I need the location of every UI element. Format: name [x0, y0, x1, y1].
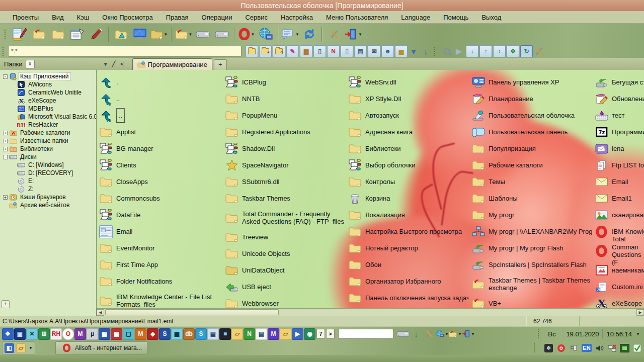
file-item[interactable]: My progr: [469, 207, 592, 223]
tree-item-14[interactable]: Z:: [0, 185, 96, 193]
menu-item-3[interactable]: Окно Просмотра: [96, 12, 159, 23]
menu-item-9[interactable]: Language: [394, 12, 437, 23]
tools-small-icon[interactable]: [533, 46, 545, 57]
s-round-icon[interactable]: S: [195, 328, 207, 340]
tree-item-8[interactable]: +Известные папки: [0, 137, 96, 145]
file-item[interactable]: USB eject: [222, 279, 346, 295]
folder-up-button[interactable]: ▼: [174, 25, 193, 43]
seven-button[interactable]: 7: [316, 329, 325, 339]
doc-blue-icon[interactable]: ▤: [207, 328, 219, 340]
teal-app-icon[interactable]: ▢: [123, 328, 134, 340]
file-item[interactable]: Рабочие каталоги: [469, 157, 592, 173]
mu-icon[interactable]: µ: [87, 328, 98, 340]
file-item[interactable]: Выбор оболочки: [346, 157, 469, 173]
file-item[interactable]: VB+: [469, 295, 592, 308]
update-check-tray-icon[interactable]: [632, 343, 642, 353]
notepad-icon[interactable]: N: [244, 328, 255, 340]
file-item[interactable]: Registered Applications: [222, 124, 346, 140]
new-plan-button[interactable]: [10, 25, 29, 43]
folder-edit-button[interactable]: [111, 25, 130, 43]
file-item[interactable]: Обои: [346, 256, 469, 273]
tree-item-12[interactable]: D: [RECOVERY]: [0, 169, 96, 177]
search-icon[interactable]: [441, 46, 453, 57]
dropdown-arrow-icon[interactable]: ▼: [251, 32, 255, 37]
menu-item-1[interactable]: Вид: [45, 12, 70, 23]
drive-a-button[interactable]: [193, 25, 212, 43]
tree-item-6[interactable]: RHResHacker: [0, 121, 96, 129]
dark-app-icon[interactable]: ■: [219, 328, 231, 340]
language-indicator[interactable]: EN: [582, 344, 592, 352]
power-tray-icon[interactable]: [569, 343, 579, 353]
doc-white-icon[interactable]: ▤: [256, 328, 267, 340]
new-tab-button[interactable]: +: [214, 59, 227, 70]
taskbar-search-input[interactable]: [338, 329, 393, 339]
menu-item-7[interactable]: Настройка: [274, 12, 319, 23]
pinned-dropdown-icon[interactable]: ▼: [29, 346, 33, 350]
go-down-icon[interactable]: ↓: [466, 45, 478, 57]
media-icon[interactable]: ▶: [292, 328, 303, 340]
file-item[interactable]: Популяризация: [469, 140, 592, 157]
filter-folder-apps-icon[interactable]: ◂: [259, 45, 272, 57]
file-item[interactable]: .: [97, 74, 222, 90]
tree-item-1[interactable]: AWicons: [0, 80, 96, 88]
file-item[interactable]: 7zПрограммиро: [592, 124, 644, 140]
network-tray-icon[interactable]: [607, 343, 617, 353]
file-item[interactable]: My progr | \\ALEXANBAR2\My Progr: [469, 223, 592, 240]
file-item[interactable]: Шаблоны: [469, 190, 592, 207]
m-violet-icon[interactable]: M: [268, 328, 279, 340]
file-item[interactable]: Адресная книга: [346, 124, 469, 140]
filter-input[interactable]: [8, 46, 242, 57]
tree-expander-icon[interactable]: -: [3, 155, 8, 159]
tree-item-10[interactable]: -Диски: [0, 153, 96, 161]
green-down-tb-icon[interactable]: ↓: [410, 328, 423, 340]
rotate-icon[interactable]: ↻: [520, 45, 533, 57]
file-item[interactable]: Контролы: [346, 173, 469, 190]
menu-item-6[interactable]: Сервис: [238, 12, 274, 23]
db-icon[interactable]: db: [183, 328, 195, 340]
filter-wizard-icon[interactable]: ✎: [286, 45, 299, 57]
folder-up-tb-icon[interactable]: ▼: [449, 328, 462, 340]
teal-x-icon[interactable]: ✕: [26, 328, 38, 340]
file-item[interactable]: Бегущая стро: [592, 74, 644, 90]
import-folder-button[interactable]: ✦: [29, 25, 48, 43]
file-item[interactable]: Email: [97, 223, 222, 240]
tree-item-5[interactable]: Microsoft Visual Basic 6.0: [0, 113, 96, 121]
file-item[interactable]: Shadow.Dll: [222, 140, 346, 157]
file-item[interactable]: Total Commander - Frequently Asked Quest…: [222, 207, 346, 229]
panel-resize-button[interactable]: ╱: [111, 61, 117, 67]
file-item[interactable]: My progr | My progr Flash: [469, 240, 592, 256]
exit-button[interactable]: ▼: [344, 25, 363, 43]
file-item[interactable]: CloseApps: [97, 173, 222, 190]
refresh-button[interactable]: [300, 25, 319, 43]
panel-dropdown-button[interactable]: ▾: [103, 61, 109, 67]
file-item[interactable]: Email: [592, 173, 644, 190]
menu-item-11[interactable]: Выход: [475, 12, 508, 23]
file-item[interactable]: Корзина: [346, 190, 469, 207]
file-item[interactable]: Commoncsubs: [97, 190, 222, 207]
notes-button[interactable]: ▼: [281, 25, 300, 43]
codec-tray-icon[interactable]: [620, 343, 629, 353]
filter-users-icon[interactable]: ☻: [381, 45, 394, 57]
file-item[interactable]: PopupMenu: [222, 107, 346, 124]
close-panel-button[interactable]: x: [26, 60, 35, 68]
file-item[interactable]: Панель отключения запуска задач: [346, 290, 469, 306]
tree-item-9[interactable]: +Библиотеки: [0, 145, 96, 153]
file-item[interactable]: Taskbar Themes: [222, 190, 346, 207]
tree-item-4[interactable]: MDBPlusMDBPlus: [0, 105, 96, 113]
tree-item-2[interactable]: CeramicWeb Unitile: [0, 88, 96, 97]
shell-window-icon[interactable]: ❖: [2, 328, 14, 340]
go-updown-icon[interactable]: ↕: [493, 45, 506, 57]
file-item[interactable]: Taskbar Themes | Taskbar Themes exchange: [469, 273, 592, 295]
internet-button[interactable]: [256, 25, 275, 43]
file-item[interactable]: Библиотеки: [346, 140, 469, 157]
menu-item-0[interactable]: Проекты: [6, 12, 45, 23]
file-item[interactable]: Пользовательская оболочка: [469, 107, 592, 124]
record-tray-icon[interactable]: [556, 343, 566, 353]
file-item[interactable]: тест: [592, 107, 644, 124]
file-item[interactable]: ICBPlug: [222, 74, 346, 90]
menu-item-8[interactable]: Меню Пользователя: [319, 12, 394, 23]
file-item[interactable]: SSubtmr6.dll: [222, 173, 346, 190]
file-item[interactable]: UniDataObject: [222, 262, 346, 279]
file-item[interactable]: ..: [97, 90, 222, 107]
filter-doc-icon[interactable]: ▯: [313, 45, 326, 57]
